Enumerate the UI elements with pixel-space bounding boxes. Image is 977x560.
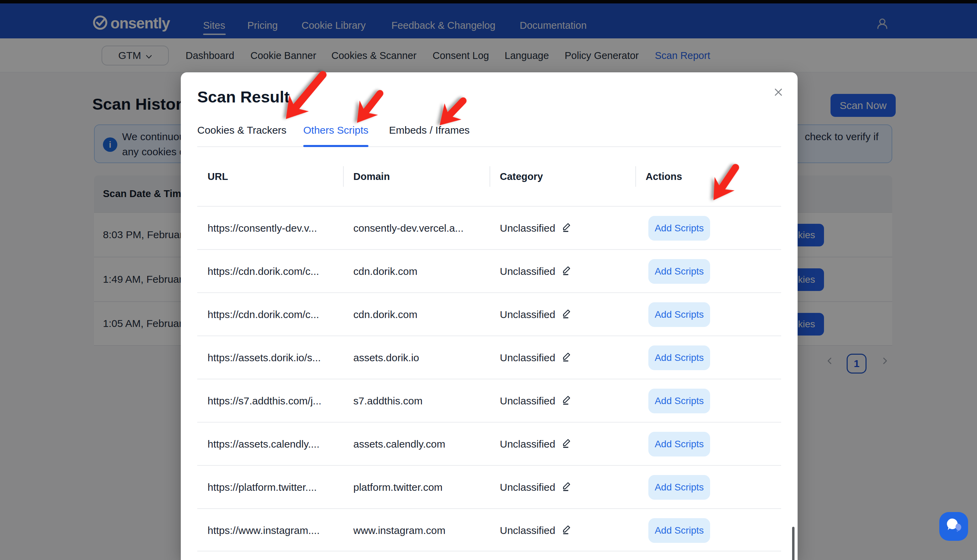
add-scripts-button[interactable]: Add Scripts bbox=[648, 345, 710, 370]
edit-category-icon[interactable] bbox=[561, 524, 572, 538]
add-scripts-button[interactable]: Add Scripts bbox=[648, 432, 710, 457]
script-category: Unclassified bbox=[500, 482, 555, 493]
script-category: Unclassified bbox=[500, 352, 555, 363]
script-category: Unclassified bbox=[500, 309, 555, 320]
script-row: https://cdn.dorik.com/c... cdn.dorik.com… bbox=[197, 292, 781, 335]
script-row: https://assets.calendly.... assets.calen… bbox=[197, 422, 781, 465]
script-category: Unclassified bbox=[500, 222, 555, 234]
tab-embeds-iframes[interactable]: Embeds / Iframes bbox=[389, 124, 470, 136]
edit-category-icon[interactable] bbox=[561, 394, 572, 408]
script-url: https://cdn.dorik.com/c... bbox=[207, 293, 319, 336]
script-domain: assets.dorik.io bbox=[353, 336, 419, 379]
script-url: https://assets.calendly.... bbox=[207, 423, 320, 466]
edit-category-icon[interactable] bbox=[561, 437, 572, 452]
add-scripts-button[interactable]: Add Scripts bbox=[648, 518, 710, 543]
script-url: https://s7.addthis.com/j... bbox=[207, 379, 321, 423]
edit-category-icon[interactable] bbox=[561, 222, 572, 235]
modal-scrollbar-thumb[interactable] bbox=[792, 527, 795, 560]
tab-others-scripts[interactable]: Others Scripts bbox=[303, 124, 368, 136]
script-category: Unclassified bbox=[500, 438, 555, 450]
script-domain: www.instagram.com bbox=[353, 509, 445, 552]
scripts-table-header: URL Domain Category Actions bbox=[197, 147, 781, 206]
script-url: https://consently-dev.v... bbox=[207, 207, 317, 250]
column-separator bbox=[343, 166, 344, 187]
chat-widget-button[interactable] bbox=[939, 512, 968, 541]
column-separator bbox=[635, 166, 636, 187]
script-row: https://www.instagram.... www.instagram.… bbox=[197, 508, 781, 552]
script-domain: assets.calendly.com bbox=[353, 423, 445, 466]
add-scripts-button[interactable]: Add Scripts bbox=[648, 216, 710, 241]
script-domain: cdn.dorik.com bbox=[353, 250, 418, 293]
script-category: Unclassified bbox=[500, 266, 555, 277]
modal-title: Scan Result bbox=[197, 87, 289, 106]
edit-category-icon[interactable] bbox=[561, 265, 572, 278]
close-icon[interactable] bbox=[770, 83, 787, 101]
col-header-category: Category bbox=[500, 147, 543, 206]
script-url: https://assets.dorik.io/s... bbox=[207, 336, 321, 379]
script-url: https://platform.twitter.... bbox=[207, 466, 317, 509]
edit-category-icon[interactable] bbox=[561, 308, 572, 322]
add-scripts-button[interactable]: Add Scripts bbox=[648, 388, 710, 413]
script-domain: cdn.dorik.com bbox=[353, 293, 418, 336]
script-domain: s7.addthis.com bbox=[353, 379, 423, 423]
add-scripts-button[interactable]: Add Scripts bbox=[648, 302, 710, 327]
scripts-table: URL Domain Category Actions https://cons… bbox=[197, 147, 781, 552]
add-scripts-button[interactable]: Add Scripts bbox=[648, 259, 710, 284]
script-row: https://s7.addthis.com/j... s7.addthis.c… bbox=[197, 379, 781, 422]
scan-result-modal: Scan Result Cookies & Trackers Others Sc… bbox=[181, 72, 798, 560]
col-header-domain: Domain bbox=[353, 147, 390, 206]
script-row: https://consently-dev.v... consently-dev… bbox=[197, 206, 781, 249]
script-domain: platform.twitter.com bbox=[353, 466, 443, 509]
script-url: https://www.instagram.... bbox=[207, 509, 320, 552]
script-row: https://platform.twitter.... platform.tw… bbox=[197, 465, 781, 508]
edit-category-icon[interactable] bbox=[561, 480, 572, 495]
script-url: https://cdn.dorik.com/c... bbox=[207, 250, 319, 293]
edit-category-icon[interactable] bbox=[561, 351, 572, 365]
script-category: Unclassified bbox=[500, 395, 555, 407]
script-row: https://assets.dorik.io/s... assets.dori… bbox=[197, 335, 781, 379]
tab-cookies-trackers[interactable]: Cookies & Trackers bbox=[197, 124, 286, 136]
add-scripts-button[interactable]: Add Scripts bbox=[648, 475, 710, 500]
column-separator bbox=[490, 166, 490, 187]
script-category: Unclassified bbox=[500, 525, 555, 537]
script-row: https://cdn.dorik.com/c... cdn.dorik.com… bbox=[197, 249, 781, 292]
col-header-actions: Actions bbox=[646, 147, 682, 206]
col-header-url: URL bbox=[207, 147, 228, 206]
chat-bubbles-icon bbox=[944, 517, 963, 537]
script-domain: consently-dev.vercel.a... bbox=[353, 207, 463, 250]
